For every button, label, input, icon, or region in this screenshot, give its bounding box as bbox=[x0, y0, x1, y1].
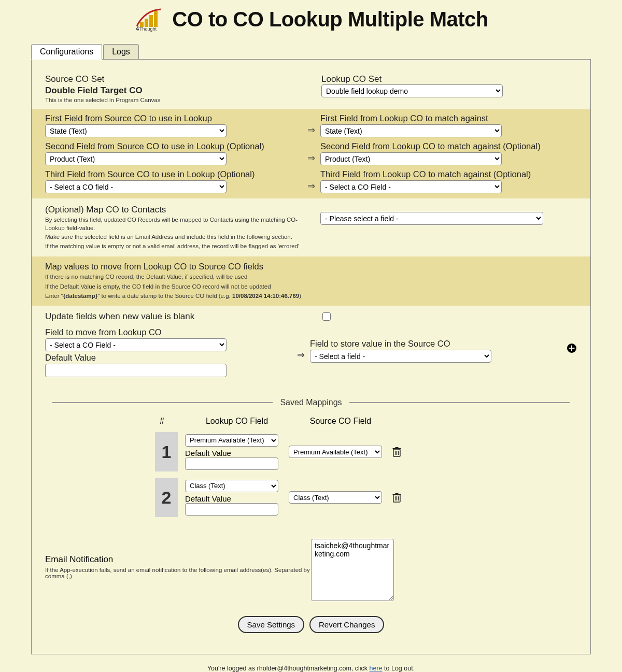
footer-logged-line: You're logged as rholder@4thoughtmarketi… bbox=[0, 663, 622, 672]
update-blank-checkbox[interactable] bbox=[322, 312, 331, 321]
mapping-row: 2 Class (Text) Default Value Class (Text… bbox=[45, 478, 577, 517]
mapping-default-label: Default Value bbox=[185, 449, 231, 457]
field-move-default-label: Default Value bbox=[45, 353, 291, 363]
map-values-title: Map values to move from Lookup CO to Sou… bbox=[45, 262, 577, 271]
svg-rect-2 bbox=[149, 15, 153, 27]
field-move-src-select[interactable]: - Select a CO Field - bbox=[45, 338, 227, 351]
field-move-dst-label: Field to store value in the Source CO bbox=[310, 339, 556, 349]
email-notification-desc: If the App-execution fails, send an emai… bbox=[45, 567, 311, 579]
dst-field1-label: First Field from Lookup CO to match agai… bbox=[320, 113, 577, 123]
mapping-number: 1 bbox=[155, 432, 178, 471]
map-values-l3: Enter "{datestamp}" to write a date stam… bbox=[45, 292, 577, 301]
dst-field3-label: Third Field from Lookup CO to match agai… bbox=[320, 169, 577, 179]
map-values-l2: If the Default Value is empty, the CO fi… bbox=[45, 282, 577, 291]
update-blank-label: Update fields when new value is blank bbox=[45, 311, 302, 322]
delete-mapping-icon[interactable] bbox=[392, 447, 401, 457]
lookup-co-select[interactable]: Double field lookup demo bbox=[321, 84, 503, 97]
delete-mapping-icon[interactable] bbox=[392, 493, 401, 503]
page-title: CO to CO Lookup Multiple Match bbox=[172, 8, 488, 31]
svg-rect-9 bbox=[569, 348, 575, 349]
src-field3-select[interactable]: - Select a CO field - bbox=[45, 180, 227, 193]
mapping-number: 2 bbox=[155, 478, 178, 517]
logout-link[interactable]: here bbox=[370, 665, 383, 672]
revert-changes-button[interactable]: Revert Changes bbox=[309, 616, 384, 633]
mapping-row: 1 Premium Available (Text) Default Value… bbox=[45, 432, 577, 471]
mappings-head-lookup: Lookup CO Field bbox=[185, 417, 289, 426]
arrow-icon: ⇒ bbox=[302, 115, 320, 136]
src-field2-select[interactable]: Product (Text) bbox=[45, 152, 227, 165]
dst-field1-select[interactable]: State (Text) bbox=[320, 124, 502, 137]
lookup-co-label: Lookup CO Set bbox=[321, 74, 577, 84]
map-contacts-desc2: Make sure the selected field is an Email… bbox=[45, 233, 302, 241]
email-notification-title: Email Notification bbox=[45, 554, 311, 565]
mapping-lookup-select[interactable]: Class (Text) bbox=[185, 480, 278, 492]
src-field2-label: Second Field from Source CO to use in Lo… bbox=[45, 141, 302, 151]
svg-rect-18 bbox=[395, 493, 399, 494]
mappings-head-source: Source CO Field bbox=[289, 417, 392, 426]
dst-field3-select[interactable]: - Select a CO Field - bbox=[320, 180, 502, 193]
mapping-default-input[interactable] bbox=[185, 503, 278, 516]
logo: 4 Thought Marketing bbox=[134, 6, 165, 32]
field-move-dst-select[interactable]: - Select a field - bbox=[310, 350, 491, 363]
tab-configurations[interactable]: Configurations bbox=[31, 44, 102, 60]
tab-logs[interactable]: Logs bbox=[103, 44, 139, 60]
divider-line bbox=[52, 402, 273, 403]
src-field1-select[interactable]: State (Text) bbox=[45, 124, 227, 137]
mapping-source-select[interactable]: Class (Text) bbox=[289, 491, 382, 504]
map-values-l1: If there is no matching CO record, the D… bbox=[45, 273, 577, 281]
email-notification-input[interactable]: tsaichek@4thoughtmarketing.com bbox=[311, 539, 394, 601]
svg-rect-12 bbox=[395, 447, 399, 448]
dst-field2-select[interactable]: Product (Text) bbox=[320, 152, 502, 165]
arrow-icon: ⇒ bbox=[302, 171, 320, 192]
svg-rect-1 bbox=[145, 19, 148, 27]
dst-field2-label: Second Field from Lookup CO to match aga… bbox=[320, 141, 577, 151]
field-move-default-input[interactable] bbox=[45, 364, 227, 377]
mapping-default-label: Default Value bbox=[185, 494, 231, 503]
map-contacts-desc1: By selecting this field, updated CO Reco… bbox=[45, 216, 302, 232]
svg-rect-11 bbox=[393, 448, 401, 449]
add-mapping-icon[interactable] bbox=[567, 343, 577, 353]
source-co-label: Source CO Set bbox=[45, 74, 301, 84]
mapping-lookup-select[interactable]: Premium Available (Text) bbox=[185, 434, 278, 447]
src-field3-label: Third Field from Source CO to use in Loo… bbox=[45, 169, 302, 179]
map-contacts-select[interactable]: - Please select a field - bbox=[320, 212, 543, 225]
svg-rect-17 bbox=[393, 494, 401, 495]
field-move-src-label: Field to move from Lookup CO bbox=[45, 327, 291, 337]
mapping-default-input[interactable] bbox=[185, 457, 278, 470]
saved-mappings-label: Saved Mappings bbox=[273, 398, 349, 407]
mapping-source-select[interactable]: Premium Available (Text) bbox=[289, 446, 382, 458]
arrow-icon: ⇒ bbox=[302, 143, 320, 164]
map-contacts-title: (Optional) Map CO to Contacts bbox=[45, 205, 302, 215]
mappings-head-num: # bbox=[45, 417, 185, 426]
src-field1-label: First Field from Source CO to use in Loo… bbox=[45, 113, 302, 123]
svg-text:Thought: Thought bbox=[139, 26, 157, 32]
source-co-name: Double Field Target CO bbox=[45, 85, 301, 96]
save-settings-button[interactable]: Save Settings bbox=[238, 616, 305, 633]
arrow-icon: ⇒ bbox=[291, 327, 310, 361]
svg-rect-3 bbox=[154, 11, 158, 27]
source-co-hint: This is the one selected in Program Canv… bbox=[45, 97, 301, 103]
divider-line bbox=[349, 402, 570, 403]
svg-text:Marketing: Marketing bbox=[143, 32, 154, 32]
svg-text:4: 4 bbox=[136, 25, 139, 32]
map-contacts-desc3: If the matching value is empty or not a … bbox=[45, 242, 302, 251]
